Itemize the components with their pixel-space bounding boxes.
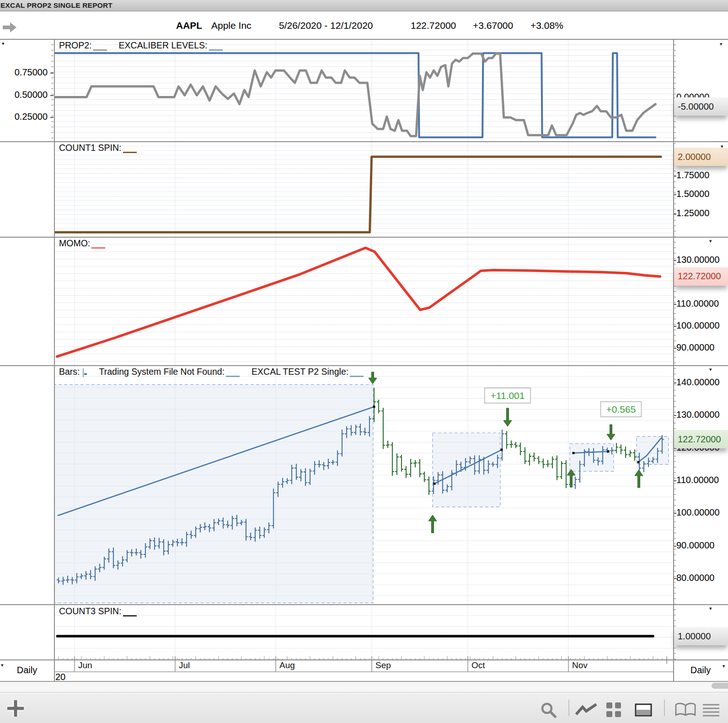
search-zoom-icon[interactable]	[540, 702, 558, 719]
axis-tick-label: 110.00000	[676, 298, 719, 309]
book-icon[interactable]	[675, 702, 697, 717]
axis-tick-label: 140.00000	[676, 377, 720, 388]
bottom-toolbar	[0, 692, 728, 723]
axis-tick-label: 0.50000	[0, 90, 48, 100]
axis-tick-label: 0.25000	[0, 112, 48, 122]
axis-tick-label: 100.00000	[676, 320, 720, 331]
trade-profit-label: +0.565	[606, 404, 636, 415]
menu-lines-icon[interactable]	[702, 703, 721, 717]
panel-bars-plot[interactable]: +11.001+0.565	[54, 365, 673, 604]
panel-prop2-plot[interactable]	[54, 39, 673, 141]
panel-menu-icon[interactable]: ▾	[2, 41, 5, 46]
month-label: Sep	[375, 660, 391, 670]
panel-separator[interactable]	[0, 365, 728, 366]
current-value-pill: 122.72000	[674, 430, 728, 448]
status-strip	[0, 682, 728, 692]
axis-tick	[50, 95, 54, 96]
trade-arrow-icon	[428, 515, 437, 533]
panel-menu-icon[interactable]: ▾	[709, 239, 712, 244]
panel-momo-plot[interactable]	[54, 237, 673, 365]
current-value-pill: -5.00000	[674, 97, 728, 116]
toolbar-divider	[664, 700, 665, 716]
axis-tick-label: 130.00000	[676, 255, 720, 265]
window-title: EXCAL PROP2 SINGLE REPORT	[0, 1, 112, 9]
panel-menu-icon[interactable]: ▾	[709, 367, 712, 372]
panel-menu-icon[interactable]: ▾	[721, 144, 723, 149]
trade-arrow-icon	[607, 425, 615, 440]
panel-separator[interactable]	[0, 39, 728, 40]
axis-tick-label: 1.50000	[676, 189, 709, 199]
left-axis-ticks	[51, 39, 54, 141]
right-axis-ticks	[674, 39, 676, 659]
axis-tick-label: 110.00000	[676, 475, 719, 485]
panel-count3-plot[interactable]	[54, 604, 673, 659]
axis-tick-label: 100.00000	[676, 507, 720, 518]
panel-separator[interactable]	[0, 604, 728, 605]
interval-menu-icon[interactable]: ▾	[723, 664, 725, 669]
axis-tick-label: 90.00000	[676, 342, 714, 353]
axis-tick-label: 1.25000	[676, 208, 709, 218]
axis-tick	[50, 73, 54, 74]
window-title-bar[interactable]: EXCAL PROP2 SINGLE REPORT	[0, 0, 728, 11]
trade-profit-label: +11.001	[491, 390, 525, 401]
trade-arrow-icon	[635, 470, 643, 488]
month-label: Jul	[179, 660, 190, 670]
current-value-pill: 122.72000	[674, 267, 728, 286]
series-excaliber-levels	[55, 53, 655, 137]
axis-tick	[50, 117, 54, 118]
current-value-pill: 2.00000	[674, 148, 728, 166]
price-change-pct: +3.08%	[530, 20, 563, 31]
panel-menu-icon[interactable]: ▾	[709, 606, 712, 611]
axis-tick-label: 0.75000	[0, 67, 48, 78]
price-change: +3.67000	[473, 20, 513, 31]
series-prop2	[55, 53, 655, 136]
axis-tick-label: 80.00000	[676, 573, 714, 583]
chart-line-icon[interactable]	[575, 703, 598, 716]
series-momo	[57, 248, 660, 356]
interval-selector-left[interactable]: Daily	[0, 659, 54, 681]
panel-separator[interactable]	[0, 141, 728, 142]
time-axis[interactable]: JunJulAugSepOctNov	[54, 656, 673, 682]
month-label: Oct	[471, 660, 485, 670]
app-window: EXCAL PROP2 SINGLE REPORT AAPL Apple Inc…	[0, 0, 728, 723]
interval-label: Daily	[17, 665, 37, 675]
panel-layout-icon[interactable]	[635, 703, 653, 717]
toolbar-divider	[568, 700, 569, 716]
panel-count1-plot[interactable]	[54, 141, 673, 237]
horizontal-scrollbar-thumb[interactable]	[712, 683, 728, 689]
trade-arrow-icon	[369, 372, 377, 384]
month-label: Jun	[78, 660, 92, 670]
forward-arrow-icon[interactable]	[3, 22, 17, 33]
date-range: 5/26/2020 - 12/1/2020	[279, 20, 373, 31]
left-axis-border	[54, 39, 55, 681]
add-icon[interactable]	[5, 698, 26, 719]
month-label: Aug	[279, 660, 295, 670]
current-value-pill: 1.00000	[674, 627, 728, 645]
interval-menu-icon[interactable]: ▾	[1, 663, 4, 668]
axis-tick-label: 1.75000	[676, 170, 709, 181]
axis-tick-label: 90.00000	[676, 540, 714, 551]
company-name: Apple Inc	[211, 20, 252, 31]
last-price: 122.72000	[411, 20, 456, 31]
axis-tick-label: 130.00000	[676, 409, 720, 420]
right-axis-border	[673, 39, 674, 681]
interval-label: Daily	[691, 665, 711, 675]
grid-layout-icon[interactable]	[606, 702, 624, 718]
symbol: AAPL	[176, 20, 202, 31]
interval-selector-right[interactable]: Daily	[673, 659, 728, 681]
panel-separator[interactable]	[0, 237, 728, 238]
month-label: Nov	[572, 660, 588, 670]
trade-arrow-icon	[503, 408, 512, 426]
series-count1-spin	[55, 157, 661, 232]
panel-menu-icon[interactable]: ▾	[720, 42, 723, 47]
